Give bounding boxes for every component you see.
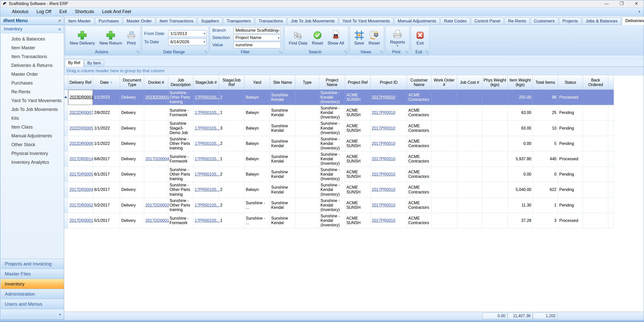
show-all-button[interactable]: Show All	[325, 29, 346, 46]
tab-transporters[interactable]: Transporters	[223, 17, 254, 25]
cell-project-id[interactable]: 2017PR0010	[371, 213, 407, 228]
project-id-link[interactable]: 2017PR0010	[372, 141, 395, 146]
from-date-combo[interactable]: 1/1/2013 ▾	[168, 30, 207, 37]
column-header-type[interactable]: Type	[295, 75, 319, 90]
cell-stage-job[interactable]: 17PR0010S...	[193, 90, 219, 105]
cell-docket[interactable]: 2017DD0002	[144, 198, 168, 213]
delivery-ref-link[interactable]: 2017DR0004	[69, 187, 93, 192]
delivery-ref-link[interactable]: 2022DR0007	[69, 110, 93, 115]
stage-job-link[interactable]: 17PR0010S...	[195, 95, 220, 100]
cell-delivery-ref[interactable]: 2017DR0004	[68, 182, 93, 197]
menu-item-log-off[interactable]: Log Off	[32, 8, 55, 16]
stage-job-link[interactable]: 17PR0010S...	[195, 157, 220, 161]
cell-delivery-ref[interactable]: 2017DR0005	[68, 167, 93, 182]
menu-item-shortcuts[interactable]: Shortcuts	[71, 8, 98, 16]
sidebar-item-item-master[interactable]: Item Master	[1, 44, 64, 52]
delivery-ref-link[interactable]: 2017DR0014	[69, 157, 93, 161]
cell-delivery-ref[interactable]: 2023DR0001	[68, 90, 93, 105]
table-row[interactable]: 2022DR00072/6/2022DeliverySunshine - For…	[64, 105, 614, 120]
column-header-stage-job-ref[interactable]: Stage/Job Ref	[219, 75, 245, 90]
delivery-ref-link[interactable]: 2017DR0001	[69, 218, 93, 223]
chevron-down-icon[interactable]: ▾	[397, 45, 398, 47]
column-header-stage-job[interactable]: Stage/Job #	[193, 75, 219, 90]
tab-deliveries-returns[interactable]: Deliveries & Returns	[622, 17, 644, 25]
new-return-button[interactable]: New Return	[97, 29, 124, 46]
cell-project-id[interactable]: 2017PR0010	[371, 105, 407, 120]
tab-projects[interactable]: Projects	[559, 17, 581, 25]
column-header-status[interactable]: Status	[558, 75, 583, 90]
selection-combo[interactable]: Project Name ▾	[233, 34, 281, 41]
tab-suppliers[interactable]: Suppliers	[197, 17, 222, 25]
dialog-launcher-icon[interactable]	[380, 51, 383, 53]
cell-stage-job[interactable]: 17PR0010S...	[193, 120, 219, 136]
menu-overflow-icon[interactable]: ▾	[638, 10, 641, 14]
ribbon-splitter[interactable]: ·····	[64, 56, 644, 59]
sidebar-item-item-transactions[interactable]: Item Transactions	[1, 52, 64, 61]
tab-yard-to-yard-movements[interactable]: Yard To Yard Movements	[339, 17, 393, 25]
sidebar-item-deliveries-returns[interactable]: Deliveries & Returns	[1, 61, 64, 70]
stage-job-link[interactable]: 17PR0010S...	[195, 110, 220, 115]
sidebar-item-kits[interactable]: Kits	[1, 114, 64, 123]
views-reset-button[interactable]: Reset	[366, 29, 382, 46]
table-row[interactable]: 2017DR00015/1/2017Delivery2017DD0001Suns…	[64, 213, 614, 228]
reports-button[interactable]: Reports ▾	[388, 28, 407, 47]
stage-job-link[interactable]: 17PR0010S...	[195, 187, 220, 192]
cell-stage-job[interactable]: 17PR0010S...	[193, 105, 219, 120]
tab-by-ref[interactable]: By Ref	[65, 59, 84, 67]
chevron-down-icon[interactable]: ▾	[278, 36, 279, 40]
maximize-button[interactable]: ❐	[620, 0, 624, 7]
cell-stage-job[interactable]: 17PR0010S...	[193, 136, 219, 151]
column-header-customer-name[interactable]: Customer Name	[407, 75, 431, 90]
column-header-item-weight[interactable]: Item Weight (kgs)	[508, 75, 533, 90]
project-id-link[interactable]: 2017PR0010	[372, 203, 395, 208]
table-row[interactable]: ▶2023DR00011/1/2023Delivery2023DD0001Sun…	[64, 90, 614, 105]
delivery-ref-link[interactable]: 2017DR0002	[69, 203, 93, 208]
tab-item-transactions[interactable]: Item Transactions	[156, 17, 197, 25]
chevron-down-icon[interactable]: ▾	[278, 29, 279, 32]
cell-project-id[interactable]: 2017PR0010	[371, 167, 407, 182]
stage-job-link[interactable]: 17PR0010S...	[195, 126, 220, 131]
cell-delivery-ref[interactable]: 2017DR0002	[68, 198, 93, 213]
column-header-job-description[interactable]: Job Description	[168, 75, 193, 90]
dialog-launcher-icon[interactable]	[344, 51, 347, 53]
stage-job-link[interactable]: 17PR0010S...	[195, 218, 220, 223]
cell-project-id[interactable]: 2017PR0010	[371, 136, 407, 151]
dialog-launcher-icon[interactable]	[137, 51, 139, 53]
stage-job-link[interactable]: 17PR0010S...	[195, 141, 220, 146]
tab-by-item[interactable]: By Item	[84, 60, 104, 66]
column-header-phys-weight[interactable]: Phys Weight (kgs)	[482, 75, 508, 90]
search-reset-button[interactable]: Reset	[310, 29, 325, 46]
project-id-link[interactable]: 2017PR0010	[372, 95, 395, 100]
table-row[interactable]: 2017DR00046/1/2017DeliverySunshine - Oth…	[64, 182, 614, 197]
column-header-site-name[interactable]: Site Name	[270, 75, 295, 90]
cell-delivery-ref[interactable]: 2017DR0014	[68, 151, 93, 167]
sidebar-item-other-stock[interactable]: Other Stock	[1, 140, 64, 149]
sidebar-overflow-bar[interactable]: ▾	[1, 309, 64, 319]
column-header-project-name[interactable]: Project Name	[319, 75, 345, 90]
tab-job-to-job-movements[interactable]: Job To Job Movements	[287, 17, 338, 25]
sidebar-section-projects-and-invoicing[interactable]: Projects and Invoicing	[1, 259, 64, 269]
cell-delivery-ref[interactable]: 2022DR0007	[68, 105, 93, 120]
cell-project-id[interactable]: 2017PR0010	[371, 198, 407, 213]
chevron-down-icon[interactable]: ▾	[204, 40, 205, 44]
cell-docket[interactable]: 2017DD0004	[144, 151, 168, 167]
project-id-link[interactable]: 2017PR0010	[372, 187, 395, 192]
column-header-date[interactable]: Date▼	[93, 75, 120, 90]
sidebar-item-jobs-balances[interactable]: Jobs & Balances	[1, 35, 64, 44]
column-header-job-cost[interactable]: Job Cost #	[457, 75, 482, 90]
cell-project-id[interactable]: 2017PR0010	[371, 120, 407, 136]
stage-job-link[interactable]: 17PR0010S...	[195, 203, 220, 208]
new-delivery-button[interactable]: New Delivery	[67, 29, 97, 46]
docket-link[interactable]: 2023DD0001	[145, 95, 169, 100]
cell-stage-job[interactable]: 17PR0010S...	[193, 198, 219, 213]
tab-control-panel[interactable]: Control Panel	[471, 17, 504, 25]
sidebar-section-users-and-menus[interactable]: Users and Menus	[1, 299, 64, 309]
cell-stage-job[interactable]: 17PR0010S...	[193, 167, 219, 182]
column-header-work-order[interactable]: Work Order #	[431, 75, 457, 90]
tab-rate-codes[interactable]: Rate Codes	[440, 17, 470, 25]
branch-combo[interactable]: Melbourne Scaffolding b... ▾	[233, 27, 281, 34]
column-header-back-ordered[interactable]: Back Ordered	[583, 75, 608, 90]
group-by-bar[interactable]: Drag a column header here to group by th…	[64, 67, 644, 75]
find-data-button[interactable]: Find Data	[287, 29, 310, 46]
sidebar-splitter[interactable]: ·····	[1, 256, 64, 259]
